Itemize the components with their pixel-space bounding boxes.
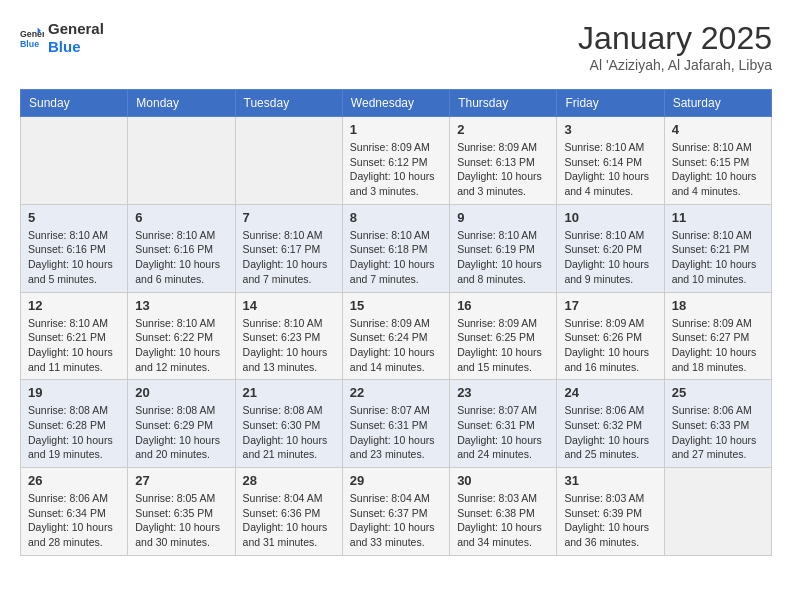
day-number: 6 xyxy=(135,210,227,225)
calendar-table: SundayMondayTuesdayWednesdayThursdayFrid… xyxy=(20,89,772,556)
calendar-cell: 21Sunrise: 8:08 AM Sunset: 6:30 PM Dayli… xyxy=(235,380,342,468)
cell-info: Sunrise: 8:10 AM Sunset: 6:21 PM Dayligh… xyxy=(672,228,764,287)
cell-info: Sunrise: 8:04 AM Sunset: 6:36 PM Dayligh… xyxy=(243,491,335,550)
day-number: 12 xyxy=(28,298,120,313)
cell-info: Sunrise: 8:03 AM Sunset: 6:38 PM Dayligh… xyxy=(457,491,549,550)
calendar-cell: 7Sunrise: 8:10 AM Sunset: 6:17 PM Daylig… xyxy=(235,204,342,292)
calendar-cell: 24Sunrise: 8:06 AM Sunset: 6:32 PM Dayli… xyxy=(557,380,664,468)
day-number: 9 xyxy=(457,210,549,225)
logo-text-general: General xyxy=(48,20,104,38)
cell-info: Sunrise: 8:08 AM Sunset: 6:30 PM Dayligh… xyxy=(243,403,335,462)
weekday-header: Wednesday xyxy=(342,90,449,117)
calendar-cell: 5Sunrise: 8:10 AM Sunset: 6:16 PM Daylig… xyxy=(21,204,128,292)
weekday-header: Tuesday xyxy=(235,90,342,117)
calendar-cell: 15Sunrise: 8:09 AM Sunset: 6:24 PM Dayli… xyxy=(342,292,449,380)
cell-info: Sunrise: 8:10 AM Sunset: 6:16 PM Dayligh… xyxy=(135,228,227,287)
weekday-header: Friday xyxy=(557,90,664,117)
calendar-cell: 31Sunrise: 8:03 AM Sunset: 6:39 PM Dayli… xyxy=(557,468,664,556)
cell-info: Sunrise: 8:10 AM Sunset: 6:14 PM Dayligh… xyxy=(564,140,656,199)
calendar-cell: 14Sunrise: 8:10 AM Sunset: 6:23 PM Dayli… xyxy=(235,292,342,380)
calendar-cell xyxy=(21,117,128,205)
calendar-week-row: 5Sunrise: 8:10 AM Sunset: 6:16 PM Daylig… xyxy=(21,204,772,292)
day-number: 4 xyxy=(672,122,764,137)
cell-info: Sunrise: 8:09 AM Sunset: 6:24 PM Dayligh… xyxy=(350,316,442,375)
calendar-cell: 26Sunrise: 8:06 AM Sunset: 6:34 PM Dayli… xyxy=(21,468,128,556)
day-number: 7 xyxy=(243,210,335,225)
day-number: 21 xyxy=(243,385,335,400)
day-number: 8 xyxy=(350,210,442,225)
calendar-cell: 16Sunrise: 8:09 AM Sunset: 6:25 PM Dayli… xyxy=(450,292,557,380)
day-number: 18 xyxy=(672,298,764,313)
calendar-cell xyxy=(664,468,771,556)
cell-info: Sunrise: 8:10 AM Sunset: 6:21 PM Dayligh… xyxy=(28,316,120,375)
calendar-week-row: 1Sunrise: 8:09 AM Sunset: 6:12 PM Daylig… xyxy=(21,117,772,205)
cell-info: Sunrise: 8:07 AM Sunset: 6:31 PM Dayligh… xyxy=(350,403,442,462)
calendar-cell: 20Sunrise: 8:08 AM Sunset: 6:29 PM Dayli… xyxy=(128,380,235,468)
cell-info: Sunrise: 8:06 AM Sunset: 6:34 PM Dayligh… xyxy=(28,491,120,550)
cell-info: Sunrise: 8:10 AM Sunset: 6:15 PM Dayligh… xyxy=(672,140,764,199)
cell-info: Sunrise: 8:09 AM Sunset: 6:25 PM Dayligh… xyxy=(457,316,549,375)
weekday-header: Monday xyxy=(128,90,235,117)
calendar-cell: 30Sunrise: 8:03 AM Sunset: 6:38 PM Dayli… xyxy=(450,468,557,556)
cell-info: Sunrise: 8:10 AM Sunset: 6:18 PM Dayligh… xyxy=(350,228,442,287)
cell-info: Sunrise: 8:10 AM Sunset: 6:22 PM Dayligh… xyxy=(135,316,227,375)
day-number: 30 xyxy=(457,473,549,488)
day-number: 17 xyxy=(564,298,656,313)
logo-text-blue: Blue xyxy=(48,38,104,56)
day-number: 14 xyxy=(243,298,335,313)
weekday-header: Sunday xyxy=(21,90,128,117)
day-number: 23 xyxy=(457,385,549,400)
day-number: 15 xyxy=(350,298,442,313)
calendar-cell: 17Sunrise: 8:09 AM Sunset: 6:26 PM Dayli… xyxy=(557,292,664,380)
calendar-cell: 27Sunrise: 8:05 AM Sunset: 6:35 PM Dayli… xyxy=(128,468,235,556)
cell-info: Sunrise: 8:08 AM Sunset: 6:28 PM Dayligh… xyxy=(28,403,120,462)
calendar-cell: 1Sunrise: 8:09 AM Sunset: 6:12 PM Daylig… xyxy=(342,117,449,205)
day-number: 22 xyxy=(350,385,442,400)
cell-info: Sunrise: 8:09 AM Sunset: 6:12 PM Dayligh… xyxy=(350,140,442,199)
cell-info: Sunrise: 8:10 AM Sunset: 6:17 PM Dayligh… xyxy=(243,228,335,287)
calendar-cell: 18Sunrise: 8:09 AM Sunset: 6:27 PM Dayli… xyxy=(664,292,771,380)
day-number: 20 xyxy=(135,385,227,400)
page-header: General Blue General Blue January 2025 A… xyxy=(20,20,772,73)
cell-info: Sunrise: 8:05 AM Sunset: 6:35 PM Dayligh… xyxy=(135,491,227,550)
calendar-cell: 19Sunrise: 8:08 AM Sunset: 6:28 PM Dayli… xyxy=(21,380,128,468)
weekday-header-row: SundayMondayTuesdayWednesdayThursdayFrid… xyxy=(21,90,772,117)
calendar-cell: 10Sunrise: 8:10 AM Sunset: 6:20 PM Dayli… xyxy=(557,204,664,292)
cell-info: Sunrise: 8:09 AM Sunset: 6:26 PM Dayligh… xyxy=(564,316,656,375)
calendar-week-row: 12Sunrise: 8:10 AM Sunset: 6:21 PM Dayli… xyxy=(21,292,772,380)
day-number: 19 xyxy=(28,385,120,400)
calendar-cell: 12Sunrise: 8:10 AM Sunset: 6:21 PM Dayli… xyxy=(21,292,128,380)
day-number: 26 xyxy=(28,473,120,488)
calendar-cell xyxy=(235,117,342,205)
day-number: 10 xyxy=(564,210,656,225)
month-title: January 2025 xyxy=(578,20,772,57)
calendar-cell: 4Sunrise: 8:10 AM Sunset: 6:15 PM Daylig… xyxy=(664,117,771,205)
day-number: 1 xyxy=(350,122,442,137)
weekday-header: Thursday xyxy=(450,90,557,117)
calendar-cell: 9Sunrise: 8:10 AM Sunset: 6:19 PM Daylig… xyxy=(450,204,557,292)
cell-info: Sunrise: 8:10 AM Sunset: 6:20 PM Dayligh… xyxy=(564,228,656,287)
calendar-cell: 6Sunrise: 8:10 AM Sunset: 6:16 PM Daylig… xyxy=(128,204,235,292)
calendar-cell: 13Sunrise: 8:10 AM Sunset: 6:22 PM Dayli… xyxy=(128,292,235,380)
day-number: 29 xyxy=(350,473,442,488)
cell-info: Sunrise: 8:10 AM Sunset: 6:23 PM Dayligh… xyxy=(243,316,335,375)
cell-info: Sunrise: 8:10 AM Sunset: 6:16 PM Dayligh… xyxy=(28,228,120,287)
logo-icon: General Blue xyxy=(20,26,44,50)
calendar-cell: 11Sunrise: 8:10 AM Sunset: 6:21 PM Dayli… xyxy=(664,204,771,292)
day-number: 27 xyxy=(135,473,227,488)
calendar-cell: 2Sunrise: 8:09 AM Sunset: 6:13 PM Daylig… xyxy=(450,117,557,205)
calendar-cell xyxy=(128,117,235,205)
location: Al 'Aziziyah, Al Jafarah, Libya xyxy=(578,57,772,73)
calendar-cell: 23Sunrise: 8:07 AM Sunset: 6:31 PM Dayli… xyxy=(450,380,557,468)
cell-info: Sunrise: 8:10 AM Sunset: 6:19 PM Dayligh… xyxy=(457,228,549,287)
cell-info: Sunrise: 8:06 AM Sunset: 6:33 PM Dayligh… xyxy=(672,403,764,462)
day-number: 5 xyxy=(28,210,120,225)
calendar-week-row: 19Sunrise: 8:08 AM Sunset: 6:28 PM Dayli… xyxy=(21,380,772,468)
day-number: 13 xyxy=(135,298,227,313)
day-number: 3 xyxy=(564,122,656,137)
day-number: 31 xyxy=(564,473,656,488)
cell-info: Sunrise: 8:07 AM Sunset: 6:31 PM Dayligh… xyxy=(457,403,549,462)
cell-info: Sunrise: 8:08 AM Sunset: 6:29 PM Dayligh… xyxy=(135,403,227,462)
calendar-cell: 28Sunrise: 8:04 AM Sunset: 6:36 PM Dayli… xyxy=(235,468,342,556)
calendar-cell: 3Sunrise: 8:10 AM Sunset: 6:14 PM Daylig… xyxy=(557,117,664,205)
